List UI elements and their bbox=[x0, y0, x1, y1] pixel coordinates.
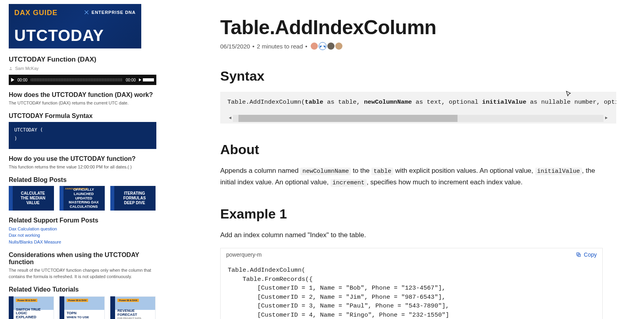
code-line-1: UTCTODAY ( bbox=[14, 126, 151, 135]
dna-icon bbox=[84, 10, 89, 15]
meta-date: 06/15/2020 bbox=[220, 43, 250, 50]
article-main: Table.AddIndexColumn 06/15/2020 • 2 minu… bbox=[157, 0, 644, 319]
example-1-description: Add an index column named "Index" to the… bbox=[220, 230, 601, 241]
syntax-line: Table.AddIndexColumn(table as table, new… bbox=[227, 98, 609, 107]
cursor-icon bbox=[565, 91, 573, 98]
forum-link-1[interactable]: Dax Calculation question bbox=[9, 226, 157, 232]
heading-formula-syntax: UTCTODAY Formula Syntax bbox=[9, 112, 157, 120]
video-thumb-1[interactable]: Power BI & DAX SWITCH TRUE LOGIC EXPLAIN… bbox=[9, 296, 54, 319]
heading-considerations: Considerations when using the UTCTODAY f… bbox=[9, 251, 157, 266]
heading-how-work: How does the UTCTODAY function (DAX) wor… bbox=[9, 91, 157, 99]
audio-time-end: 00:00 bbox=[126, 78, 136, 82]
heading-example-1: Example 1 bbox=[220, 206, 644, 222]
video-caption: SWITCH TRUE LOGIC EXPLAINED bbox=[16, 308, 52, 319]
thumb-text: OFFICIALLY LAUNCHED UPDATED MASTERING DA… bbox=[64, 188, 103, 209]
blog-thumb-2[interactable]: ANNOUNCEMENT OFFICIALLY LAUNCHED UPDATED… bbox=[60, 186, 105, 211]
thumb-edge bbox=[110, 186, 114, 211]
thumb-tag: ANNOUNCEMENT bbox=[65, 188, 88, 190]
author-name: Sam McKay bbox=[15, 66, 38, 71]
thumb-text: CALCULATE THE MEDIAN VALUE bbox=[21, 191, 45, 205]
avatar-4[interactable] bbox=[335, 43, 342, 50]
thumb-edge bbox=[9, 296, 13, 319]
volume-level[interactable] bbox=[143, 78, 154, 81]
blog-thumb-row: CALCULATE THE MEDIAN VALUE ANNOUNCEMENT … bbox=[9, 186, 157, 211]
thumb-edge bbox=[110, 296, 115, 319]
play-icon[interactable] bbox=[11, 78, 14, 82]
heading-related-blog: Related Blog Posts bbox=[9, 176, 157, 184]
scroll-right-icon[interactable]: ► bbox=[604, 115, 609, 121]
video-thumb-row: Power BI & DAX SWITCH TRUE LOGIC EXPLAIN… bbox=[9, 296, 157, 319]
sidebar: DAX GUIDE ENTERPRISE DNA UTCTODAY UTCTOD… bbox=[0, 0, 157, 319]
speaker-icon bbox=[139, 78, 141, 81]
avatar-1[interactable] bbox=[311, 43, 318, 50]
text-how-work: The UTCTODAY function (DAX) returns the … bbox=[9, 100, 157, 106]
avatar-2[interactable] bbox=[319, 42, 327, 50]
video-pill: Power BI & DAX bbox=[117, 299, 139, 302]
heading-syntax: Syntax bbox=[220, 68, 644, 84]
video-caption: REVENUE FORECAST FOR PROJECT DATA bbox=[117, 309, 154, 319]
banner-brand: ENTERPRISE DNA bbox=[84, 10, 136, 15]
copy-icon bbox=[576, 252, 581, 257]
code-language-label: powerquery-m bbox=[226, 251, 261, 258]
example-header: powerquery-m Copy bbox=[221, 248, 602, 261]
thumb-edge bbox=[60, 186, 63, 211]
banner-title: UTCTODAY bbox=[14, 27, 104, 44]
svg-point-0 bbox=[10, 67, 11, 68]
audio-player[interactable]: 00:00 00:00 bbox=[9, 75, 156, 85]
page-title: Table.AddIndexColumn bbox=[220, 16, 644, 39]
banner-brand-text: ENTERPRISE DNA bbox=[92, 10, 136, 15]
volume-control[interactable] bbox=[139, 78, 154, 81]
heading-how-use: How do you use the UTCTODAY function? bbox=[9, 155, 157, 162]
heading-forum: Related Support Forum Posts bbox=[9, 217, 157, 224]
video-pill: Power BI & DAX bbox=[16, 299, 37, 302]
scroll-thumb[interactable] bbox=[238, 115, 458, 122]
example-code-box: powerquery-m Copy Table.AddIndexColumn( … bbox=[220, 248, 603, 319]
heading-about: About bbox=[220, 142, 644, 157]
scroll-rail[interactable] bbox=[233, 115, 604, 122]
scroll-left-icon[interactable]: ◄ bbox=[227, 115, 233, 121]
avatar-3[interactable] bbox=[327, 43, 334, 50]
blog-thumb-1[interactable]: CALCULATE THE MEDIAN VALUE bbox=[9, 186, 54, 211]
example-code: Table.AddIndexColumn( Table.FromRecords(… bbox=[221, 261, 602, 319]
meta-readtime: 2 minutes to read bbox=[257, 43, 303, 50]
text-considerations: The result of the UTCTODAY function chan… bbox=[9, 267, 156, 280]
video-pill: Power BI & DAX bbox=[67, 299, 88, 302]
audio-track[interactable] bbox=[31, 78, 123, 81]
syntax-code-block: Table.AddIndexColumn(table as table, new… bbox=[220, 92, 616, 124]
contributor-avatars[interactable] bbox=[311, 42, 342, 50]
inline-code: newColumnName bbox=[300, 168, 351, 175]
article-meta: 06/15/2020 • 2 minutes to read • bbox=[220, 42, 644, 50]
person-icon bbox=[9, 66, 13, 70]
copy-label: Copy bbox=[584, 251, 597, 258]
video-thumb-2[interactable]: Power BI & DAX TOPN WHEN TO USE bbox=[60, 296, 105, 319]
thumb-text: ITERATING FORMULAS DEEP DIVE bbox=[123, 191, 146, 205]
video-caption: TOPN WHEN TO USE bbox=[67, 311, 103, 319]
inline-code: increment bbox=[331, 179, 367, 187]
heading-video: Related Video Tutorials bbox=[9, 286, 157, 293]
video-thumb-3[interactable]: Power BI & DAX REVENUE FORECAST FOR PROJ… bbox=[110, 296, 156, 319]
inline-code: initialValue bbox=[535, 168, 582, 175]
text-how-use: This function returns the time value 12:… bbox=[9, 164, 157, 170]
formula-code: UTCTODAY ( ) bbox=[9, 122, 156, 149]
inline-code: table bbox=[371, 168, 393, 175]
author-line: Sam McKay bbox=[9, 66, 157, 71]
audio-time-start: 00:00 bbox=[17, 78, 27, 82]
thumb-edge bbox=[9, 186, 13, 211]
sidebar-title: UTCTODAY Function (DAX) bbox=[9, 56, 157, 64]
code-line-2: ) bbox=[14, 135, 151, 143]
meta-sep: • bbox=[305, 43, 307, 50]
forum-link-3[interactable]: Nulls/Blanks DAX Measure bbox=[9, 239, 157, 246]
about-paragraph: Appends a column named newColumnName to … bbox=[220, 165, 601, 188]
copy-button[interactable]: Copy bbox=[576, 251, 597, 258]
blog-thumb-3[interactable]: ITERATING FORMULAS DEEP DIVE bbox=[110, 186, 156, 211]
thumb-edge bbox=[60, 296, 64, 319]
meta-sep: • bbox=[252, 43, 254, 50]
horizontal-scrollbar[interactable]: ◄ ► bbox=[227, 113, 609, 124]
banner-tag: DAX GUIDE bbox=[14, 9, 58, 17]
dax-guide-banner[interactable]: DAX GUIDE ENTERPRISE DNA UTCTODAY bbox=[9, 4, 141, 48]
forum-link-2[interactable]: Dax not working bbox=[9, 232, 157, 239]
